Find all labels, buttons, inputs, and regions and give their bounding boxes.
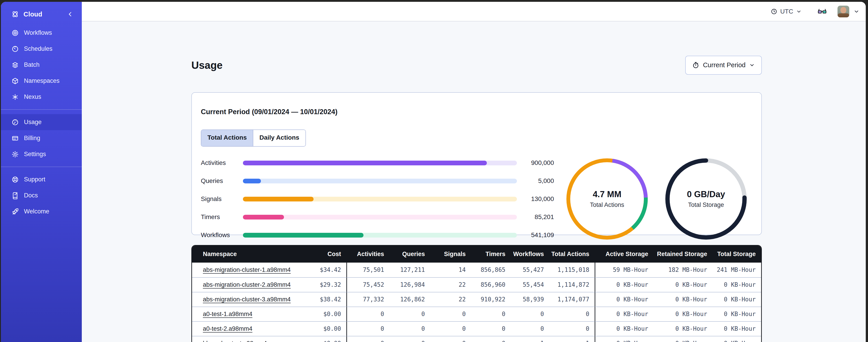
bar-row-activities: Activities900,000 [201, 159, 554, 167]
column-header[interactable]: Activities [346, 246, 390, 263]
table-cell: 910,922 [471, 292, 511, 307]
chevron-down-icon [853, 8, 860, 15]
table-cell: 55,427 [511, 263, 550, 277]
column-header[interactable]: Signals [430, 246, 471, 263]
bar-label: Timers [201, 213, 243, 220]
namespace-link[interactable]: abs-migration-cluster-2.a98mm4 [203, 281, 291, 288]
table-cell: 77,332 [346, 292, 390, 307]
workflows-icon [11, 29, 19, 37]
table-cell: 0 [471, 321, 511, 336]
table-cell: 0 KB-Hour [595, 321, 654, 336]
table-cell: 0 [550, 321, 595, 336]
sidebar-item-settings[interactable]: Settings [1, 146, 82, 162]
tab-daily-actions[interactable]: Daily Actions [253, 130, 305, 146]
glasses-icon [816, 6, 828, 16]
card-title: Current Period (09/01/2024 — 10/01/2024) [201, 108, 752, 116]
column-header[interactable]: Total Storage [713, 246, 761, 263]
sidebar-item-docs[interactable]: Docs [1, 187, 82, 204]
table-cell: 0 [430, 321, 471, 336]
sidebar-nav: WorkflowsSchedulesBatchNamespacesNexusUs… [1, 24, 82, 221]
table-cell: 0 [511, 321, 550, 336]
table-cell: 0 [430, 336, 471, 342]
table-cell: 59 MB-Hour [595, 263, 654, 277]
timezone-selector[interactable]: UTC [771, 8, 802, 15]
table-cell: 0 [390, 307, 430, 321]
table-cell: $0.00 [293, 336, 347, 342]
table-cell: 0 KB-Hour [595, 292, 654, 307]
page-header: Usage Current Period [191, 51, 762, 79]
sidebar-item-schedules[interactable]: Schedules [1, 41, 82, 57]
table-cell: $0.00 [293, 321, 347, 336]
sidebar-item-welcome[interactable]: Welcome [1, 204, 82, 219]
column-header[interactable]: Total Actions [550, 246, 595, 263]
table-cell: 1 [550, 336, 595, 342]
table-cell: 0 KB-Hour [713, 307, 761, 321]
column-header[interactable]: Queries [390, 246, 430, 263]
table-cell: 0 KB-Hour [713, 277, 761, 292]
table-cell: 182 MB-Hour [654, 263, 713, 277]
table-cell: 58,939 [511, 292, 550, 307]
temporal-logo-icon [11, 10, 20, 19]
table-cell: $34.42 [293, 263, 347, 277]
main-content: Usage Current Period Current Period (09/… [82, 22, 866, 342]
sidebar: Cloud WorkflowsSchedulesBatchNamespacesN… [1, 2, 82, 342]
bar-fill [243, 215, 284, 219]
table-cell: 55,454 [511, 277, 550, 292]
table-cell: 0 [430, 307, 471, 321]
feedback-glasses-button[interactable] [816, 6, 828, 16]
donut-charts: 4.7 MM Total Actions 0 GB/Day Total Stor… [566, 158, 747, 240]
sidebar-item-workflows[interactable]: Workflows [1, 25, 82, 41]
sidebar-brand: Cloud [1, 2, 82, 24]
sidebar-item-usage[interactable]: Usage [1, 114, 82, 130]
namespace-link[interactable]: bk-worker-test.a98mm4 [203, 340, 267, 342]
namespace-link[interactable]: a0-test-2.a98mm4 [203, 325, 252, 332]
column-header[interactable]: Retained Storage [654, 246, 713, 263]
table-cell: 0 KB-Hour [654, 277, 713, 292]
bar-row-signals: Signals130,000 [201, 195, 554, 203]
app-window: Cloud WorkflowsSchedulesBatchNamespacesN… [1, 2, 866, 342]
sidebar-item-label: Namespaces [24, 77, 60, 84]
welcome-icon [11, 208, 19, 215]
namespace-link[interactable]: a0-test-1.a98mm4 [203, 311, 252, 317]
table-cell: 1,115,018 [550, 263, 595, 277]
table-cell: 0 [550, 307, 595, 321]
account-menu-button[interactable] [853, 8, 860, 15]
sidebar-item-namespaces[interactable]: Namespaces [1, 73, 82, 89]
column-header[interactable]: Active Storage [595, 246, 654, 263]
sidebar-item-batch[interactable]: Batch [1, 57, 82, 73]
bar-fill [243, 179, 261, 183]
bar-fill [243, 197, 314, 201]
sidebar-item-label: Billing [24, 135, 40, 142]
table-cell: 75,501 [346, 263, 390, 277]
sidebar-item-label: Settings [24, 151, 46, 158]
table-cell: 0 [346, 307, 390, 321]
namespace-usage-table: NamespaceCostActivitiesQueriesSignalsTim… [191, 245, 762, 342]
column-header[interactable]: Cost [293, 246, 347, 263]
namespace-link[interactable]: abs-migration-cluster-1.a98mm4 [203, 266, 291, 273]
period-selector-button[interactable]: Current Period [685, 56, 762, 75]
namespace-link[interactable]: abs-migration-cluster-3.a98mm4 [203, 296, 291, 303]
bar-value: 5,000 [517, 177, 554, 184]
column-header[interactable]: Namespace [192, 246, 293, 263]
table-cell: $38.42 [293, 292, 347, 307]
sidebar-item-support[interactable]: Support [1, 171, 82, 187]
table-cell: 0 [511, 307, 550, 321]
column-header[interactable]: Timers [471, 246, 511, 263]
bar-value: 85,201 [517, 213, 554, 220]
sidebar-item-label: Workflows [24, 29, 52, 36]
bar-track [243, 215, 517, 219]
sidebar-item-billing[interactable]: Billing [1, 130, 82, 146]
sidebar-collapse-button[interactable] [67, 11, 74, 18]
table-cell: 127,211 [390, 263, 430, 277]
table-cell: 1 [511, 336, 550, 342]
table-cell: 0 KB-Hour [654, 336, 713, 342]
table-cell: 0 KB-Hour [595, 307, 654, 321]
sidebar-item-nexus[interactable]: Nexus [1, 89, 82, 105]
clock-icon [771, 8, 777, 15]
tab-total-actions[interactable]: Total Actions [201, 130, 253, 146]
bar-track [243, 179, 517, 183]
bar-label: Activities [201, 159, 243, 167]
avatar[interactable] [837, 6, 849, 18]
bar-value: 130,000 [517, 195, 554, 203]
column-header[interactable]: Workflows [511, 246, 550, 263]
